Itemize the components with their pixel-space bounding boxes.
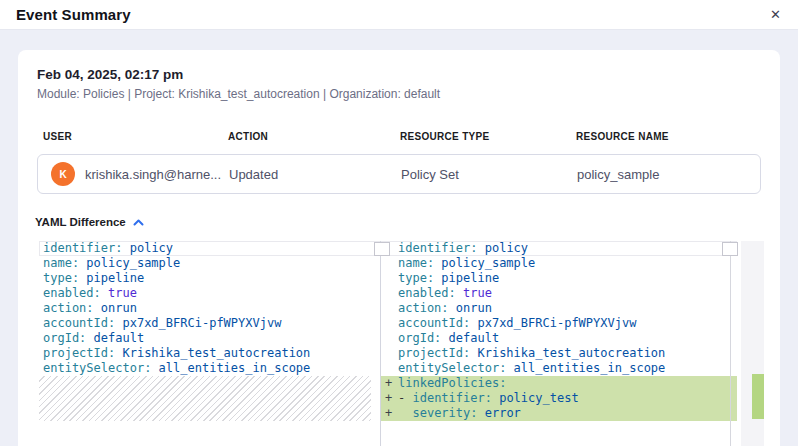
column-header-resource-type: RESOURCE TYPE	[400, 131, 576, 142]
event-card: Feb 04, 2025, 02:17 pm Module: Policies …	[18, 50, 780, 446]
token-str: policy_sample	[79, 256, 180, 270]
token-str: policy_sample	[434, 256, 535, 270]
token-key: enabled:	[43, 286, 101, 300]
right-scrollbar-slider[interactable]	[722, 242, 738, 256]
left-scrollbar-slider[interactable]	[374, 242, 390, 256]
code-line: type: pipeline	[39, 271, 380, 286]
token-str: px7xd_BFRCi-pfWPYXVjvw	[470, 316, 636, 330]
diff-plus-marker: +	[385, 406, 392, 421]
table-header: USER ACTION RESOURCE TYPE RESOURCE NAME	[18, 131, 780, 142]
code-line: identifier: policy	[39, 241, 380, 256]
token-key: orgId:	[398, 331, 441, 345]
token-key: linkedPolicies:	[398, 376, 506, 390]
event-timestamp: Feb 04, 2025, 02:17 pm	[37, 67, 780, 82]
code-line: action: onrun	[381, 301, 737, 316]
token-key: entitySelector:	[398, 361, 506, 375]
code-line: orgId: default	[39, 331, 380, 346]
token-str: default	[86, 331, 144, 345]
page-title: Event Summary	[16, 6, 131, 23]
code-line: projectId: Krishika_test_autocreation	[39, 346, 380, 361]
user-email: krishika.singh@harne...	[85, 167, 221, 182]
token-plain	[398, 406, 412, 420]
diff-plus-marker: +	[385, 376, 392, 391]
event-summary-modal: Event Summary ✕ Feb 04, 2025, 02:17 pm M…	[0, 0, 798, 446]
code-line: name: policy_sample	[39, 256, 380, 271]
token-key: type:	[43, 271, 79, 285]
chevron-up-icon[interactable]	[133, 219, 144, 226]
column-header-resource-name: RESOURCE NAME	[576, 131, 780, 142]
diff-pane-original[interactable]: identifier: policyname: policy_sampletyp…	[33, 241, 380, 421]
code-line-added: + severity: error	[381, 406, 737, 421]
user-cell: K krishika.singh@harne...	[51, 162, 229, 186]
code-line: projectId: Krishika_test_autocreation	[381, 346, 737, 361]
diff-plus-marker: +	[385, 391, 392, 406]
token-plain: -	[398, 391, 412, 405]
token-str: policy	[122, 241, 173, 255]
token-str: policy_test	[492, 391, 579, 405]
token-str: all_entities_in_scope	[506, 361, 665, 375]
added-lines-marker	[752, 374, 764, 419]
diff-pane-modified[interactable]: identifier: policyname: policy_sampletyp…	[381, 241, 737, 421]
code-line: enabled: true	[381, 286, 737, 301]
token-str: all_entities_in_scope	[151, 361, 310, 375]
token-bool: true	[101, 286, 137, 300]
avatar: K	[51, 162, 75, 186]
token-key: accountId:	[398, 316, 470, 330]
token-str: pipeline	[434, 271, 499, 285]
diff-collapsed-region	[39, 376, 371, 421]
event-meta: Module: Policies | Project: Krishika_tes…	[37, 87, 780, 101]
token-str: default	[441, 331, 499, 345]
code-line: enabled: true	[39, 286, 380, 301]
table-row: K krishika.singh@harne... Updated Policy…	[37, 154, 761, 194]
token-str: px7xd_BFRCi-pfWPYXVjvw	[115, 316, 281, 330]
token-key: orgId:	[43, 331, 86, 345]
token-str: Krishika_test_autocreation	[470, 346, 665, 360]
code-line: identifier: policy	[381, 241, 737, 256]
token-str: Krishika_test_autocreation	[115, 346, 310, 360]
scrollbar-track-line	[730, 241, 731, 446]
code-line: type: pipeline	[381, 271, 737, 286]
column-header-user: USER	[43, 131, 228, 142]
token-key: identifier:	[43, 241, 122, 255]
token-key: projectId:	[43, 346, 115, 360]
token-str: pipeline	[79, 271, 144, 285]
diff-overview-ruler[interactable]	[741, 241, 764, 446]
resource-name-cell: policy_sample	[577, 167, 760, 182]
token-key: entitySelector:	[43, 361, 151, 375]
token-key: action:	[43, 301, 94, 315]
yaml-diff-editor[interactable]: identifier: policyname: policy_sampletyp…	[33, 241, 766, 446]
code-line: entitySelector: all_entities_in_scope	[39, 361, 380, 376]
token-key: identifier:	[398, 241, 477, 255]
token-key: name:	[398, 256, 434, 270]
code-line: orgId: default	[381, 331, 737, 346]
code-line: accountId: px7xd_BFRCi-pfWPYXVjvw	[39, 316, 380, 331]
token-key: action:	[398, 301, 449, 315]
resource-type-cell: Policy Set	[401, 167, 577, 182]
close-icon[interactable]: ✕	[768, 6, 783, 23]
token-key: projectId:	[398, 346, 470, 360]
code-line: action: onrun	[39, 301, 380, 316]
token-str: error	[477, 406, 520, 420]
code-line-added: +- identifier: policy_test	[381, 391, 737, 406]
token-str: onrun	[94, 301, 137, 315]
code-line: name: policy_sample	[381, 256, 737, 271]
token-key: type:	[398, 271, 434, 285]
token-bool: true	[456, 286, 492, 300]
token-key: accountId:	[43, 316, 115, 330]
column-header-action: ACTION	[228, 131, 400, 142]
yaml-difference-toggle[interactable]: YAML Difference	[35, 216, 144, 228]
code-line-added: +linkedPolicies:	[381, 376, 737, 391]
token-key: name:	[43, 256, 79, 270]
yaml-difference-label: YAML Difference	[35, 216, 126, 228]
token-key: enabled:	[398, 286, 456, 300]
token-str: policy	[477, 241, 528, 255]
token-key: severity:	[412, 406, 477, 420]
action-cell: Updated	[229, 167, 401, 182]
code-line: entitySelector: all_entities_in_scope	[381, 361, 737, 376]
token-str: onrun	[449, 301, 492, 315]
modal-header: Event Summary ✕	[0, 0, 798, 30]
code-line: accountId: px7xd_BFRCi-pfWPYXVjvw	[381, 316, 737, 331]
token-key: identifier:	[412, 391, 491, 405]
